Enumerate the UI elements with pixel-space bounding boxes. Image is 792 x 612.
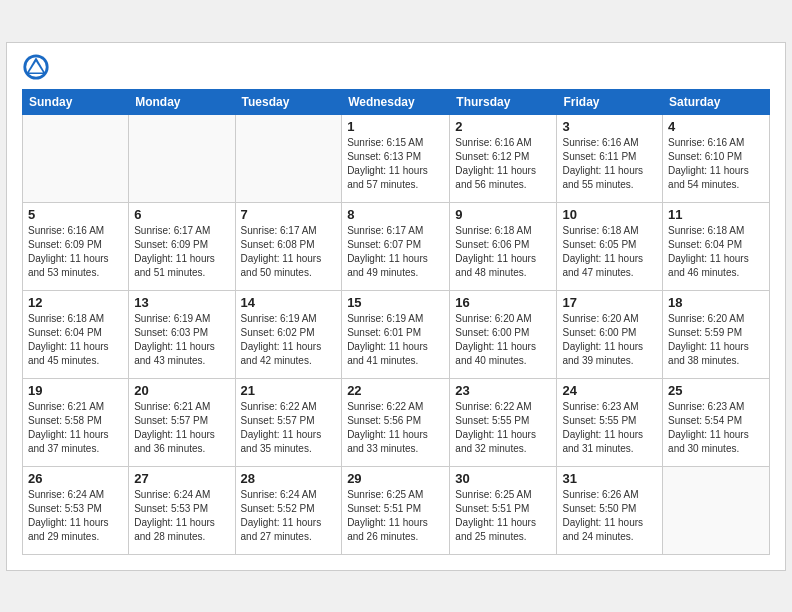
day-cell: 15Sunrise: 6:19 AMSunset: 6:01 PMDayligh… bbox=[342, 290, 450, 378]
day-info: Sunrise: 6:16 AMSunset: 6:11 PMDaylight:… bbox=[562, 136, 657, 192]
day-info: Sunrise: 6:23 AMSunset: 5:55 PMDaylight:… bbox=[562, 400, 657, 456]
day-cell: 1Sunrise: 6:15 AMSunset: 6:13 PMDaylight… bbox=[342, 114, 450, 202]
weekday-header-row: SundayMondayTuesdayWednesdayThursdayFrid… bbox=[23, 89, 770, 114]
day-cell: 28Sunrise: 6:24 AMSunset: 5:52 PMDayligh… bbox=[235, 466, 342, 554]
weekday-header: Saturday bbox=[663, 89, 770, 114]
day-number: 8 bbox=[347, 207, 444, 222]
day-info: Sunrise: 6:26 AMSunset: 5:50 PMDaylight:… bbox=[562, 488, 657, 544]
day-cell: 22Sunrise: 6:22 AMSunset: 5:56 PMDayligh… bbox=[342, 378, 450, 466]
day-cell: 25Sunrise: 6:23 AMSunset: 5:54 PMDayligh… bbox=[663, 378, 770, 466]
day-info: Sunrise: 6:22 AMSunset: 5:56 PMDaylight:… bbox=[347, 400, 444, 456]
day-info: Sunrise: 6:25 AMSunset: 5:51 PMDaylight:… bbox=[455, 488, 551, 544]
day-cell: 18Sunrise: 6:20 AMSunset: 5:59 PMDayligh… bbox=[663, 290, 770, 378]
day-cell: 20Sunrise: 6:21 AMSunset: 5:57 PMDayligh… bbox=[129, 378, 235, 466]
day-cell: 8Sunrise: 6:17 AMSunset: 6:07 PMDaylight… bbox=[342, 202, 450, 290]
day-info: Sunrise: 6:25 AMSunset: 5:51 PMDaylight:… bbox=[347, 488, 444, 544]
day-info: Sunrise: 6:18 AMSunset: 6:04 PMDaylight:… bbox=[28, 312, 123, 368]
day-cell: 6Sunrise: 6:17 AMSunset: 6:09 PMDaylight… bbox=[129, 202, 235, 290]
day-info: Sunrise: 6:23 AMSunset: 5:54 PMDaylight:… bbox=[668, 400, 764, 456]
day-info: Sunrise: 6:15 AMSunset: 6:13 PMDaylight:… bbox=[347, 136, 444, 192]
day-number: 4 bbox=[668, 119, 764, 134]
day-info: Sunrise: 6:18 AMSunset: 6:05 PMDaylight:… bbox=[562, 224, 657, 280]
day-info: Sunrise: 6:21 AMSunset: 5:58 PMDaylight:… bbox=[28, 400, 123, 456]
day-number: 30 bbox=[455, 471, 551, 486]
day-number: 10 bbox=[562, 207, 657, 222]
day-cell: 2Sunrise: 6:16 AMSunset: 6:12 PMDaylight… bbox=[450, 114, 557, 202]
day-info: Sunrise: 6:16 AMSunset: 6:12 PMDaylight:… bbox=[455, 136, 551, 192]
calendar-header bbox=[22, 53, 770, 81]
day-number: 28 bbox=[241, 471, 337, 486]
day-cell: 13Sunrise: 6:19 AMSunset: 6:03 PMDayligh… bbox=[129, 290, 235, 378]
day-cell: 10Sunrise: 6:18 AMSunset: 6:05 PMDayligh… bbox=[557, 202, 663, 290]
day-info: Sunrise: 6:17 AMSunset: 6:09 PMDaylight:… bbox=[134, 224, 229, 280]
day-cell: 29Sunrise: 6:25 AMSunset: 5:51 PMDayligh… bbox=[342, 466, 450, 554]
day-number: 24 bbox=[562, 383, 657, 398]
day-cell bbox=[129, 114, 235, 202]
day-cell: 3Sunrise: 6:16 AMSunset: 6:11 PMDaylight… bbox=[557, 114, 663, 202]
day-number: 21 bbox=[241, 383, 337, 398]
day-number: 14 bbox=[241, 295, 337, 310]
day-cell: 26Sunrise: 6:24 AMSunset: 5:53 PMDayligh… bbox=[23, 466, 129, 554]
day-cell: 11Sunrise: 6:18 AMSunset: 6:04 PMDayligh… bbox=[663, 202, 770, 290]
day-cell bbox=[663, 466, 770, 554]
week-row: 1Sunrise: 6:15 AMSunset: 6:13 PMDaylight… bbox=[23, 114, 770, 202]
logo bbox=[22, 53, 52, 81]
day-info: Sunrise: 6:18 AMSunset: 6:04 PMDaylight:… bbox=[668, 224, 764, 280]
day-number: 9 bbox=[455, 207, 551, 222]
day-cell: 21Sunrise: 6:22 AMSunset: 5:57 PMDayligh… bbox=[235, 378, 342, 466]
weekday-header: Sunday bbox=[23, 89, 129, 114]
calendar-grid: SundayMondayTuesdayWednesdayThursdayFrid… bbox=[22, 89, 770, 555]
day-number: 2 bbox=[455, 119, 551, 134]
day-info: Sunrise: 6:20 AMSunset: 5:59 PMDaylight:… bbox=[668, 312, 764, 368]
day-number: 25 bbox=[668, 383, 764, 398]
weekday-header: Monday bbox=[129, 89, 235, 114]
day-number: 23 bbox=[455, 383, 551, 398]
day-cell: 17Sunrise: 6:20 AMSunset: 6:00 PMDayligh… bbox=[557, 290, 663, 378]
day-number: 29 bbox=[347, 471, 444, 486]
day-cell: 23Sunrise: 6:22 AMSunset: 5:55 PMDayligh… bbox=[450, 378, 557, 466]
weekday-header: Tuesday bbox=[235, 89, 342, 114]
week-row: 12Sunrise: 6:18 AMSunset: 6:04 PMDayligh… bbox=[23, 290, 770, 378]
day-info: Sunrise: 6:19 AMSunset: 6:03 PMDaylight:… bbox=[134, 312, 229, 368]
day-cell: 12Sunrise: 6:18 AMSunset: 6:04 PMDayligh… bbox=[23, 290, 129, 378]
weekday-header: Thursday bbox=[450, 89, 557, 114]
day-info: Sunrise: 6:21 AMSunset: 5:57 PMDaylight:… bbox=[134, 400, 229, 456]
day-cell: 5Sunrise: 6:16 AMSunset: 6:09 PMDaylight… bbox=[23, 202, 129, 290]
weekday-header: Friday bbox=[557, 89, 663, 114]
day-info: Sunrise: 6:24 AMSunset: 5:53 PMDaylight:… bbox=[28, 488, 123, 544]
day-info: Sunrise: 6:16 AMSunset: 6:10 PMDaylight:… bbox=[668, 136, 764, 192]
day-info: Sunrise: 6:16 AMSunset: 6:09 PMDaylight:… bbox=[28, 224, 123, 280]
logo-icon bbox=[22, 53, 50, 81]
day-number: 12 bbox=[28, 295, 123, 310]
day-info: Sunrise: 6:22 AMSunset: 5:55 PMDaylight:… bbox=[455, 400, 551, 456]
day-number: 13 bbox=[134, 295, 229, 310]
day-cell: 9Sunrise: 6:18 AMSunset: 6:06 PMDaylight… bbox=[450, 202, 557, 290]
day-number: 27 bbox=[134, 471, 229, 486]
day-cell: 7Sunrise: 6:17 AMSunset: 6:08 PMDaylight… bbox=[235, 202, 342, 290]
day-number: 16 bbox=[455, 295, 551, 310]
day-number: 11 bbox=[668, 207, 764, 222]
day-cell: 16Sunrise: 6:20 AMSunset: 6:00 PMDayligh… bbox=[450, 290, 557, 378]
day-info: Sunrise: 6:19 AMSunset: 6:02 PMDaylight:… bbox=[241, 312, 337, 368]
day-cell: 27Sunrise: 6:24 AMSunset: 5:53 PMDayligh… bbox=[129, 466, 235, 554]
day-cell: 4Sunrise: 6:16 AMSunset: 6:10 PMDaylight… bbox=[663, 114, 770, 202]
day-info: Sunrise: 6:20 AMSunset: 6:00 PMDaylight:… bbox=[455, 312, 551, 368]
day-number: 26 bbox=[28, 471, 123, 486]
day-number: 3 bbox=[562, 119, 657, 134]
week-row: 19Sunrise: 6:21 AMSunset: 5:58 PMDayligh… bbox=[23, 378, 770, 466]
day-number: 20 bbox=[134, 383, 229, 398]
day-info: Sunrise: 6:17 AMSunset: 6:07 PMDaylight:… bbox=[347, 224, 444, 280]
day-number: 15 bbox=[347, 295, 444, 310]
week-row: 5Sunrise: 6:16 AMSunset: 6:09 PMDaylight… bbox=[23, 202, 770, 290]
week-row: 26Sunrise: 6:24 AMSunset: 5:53 PMDayligh… bbox=[23, 466, 770, 554]
day-info: Sunrise: 6:24 AMSunset: 5:52 PMDaylight:… bbox=[241, 488, 337, 544]
day-cell: 31Sunrise: 6:26 AMSunset: 5:50 PMDayligh… bbox=[557, 466, 663, 554]
day-info: Sunrise: 6:18 AMSunset: 6:06 PMDaylight:… bbox=[455, 224, 551, 280]
day-number: 5 bbox=[28, 207, 123, 222]
weekday-header: Wednesday bbox=[342, 89, 450, 114]
day-number: 6 bbox=[134, 207, 229, 222]
day-number: 19 bbox=[28, 383, 123, 398]
day-cell: 14Sunrise: 6:19 AMSunset: 6:02 PMDayligh… bbox=[235, 290, 342, 378]
day-number: 7 bbox=[241, 207, 337, 222]
day-info: Sunrise: 6:24 AMSunset: 5:53 PMDaylight:… bbox=[134, 488, 229, 544]
